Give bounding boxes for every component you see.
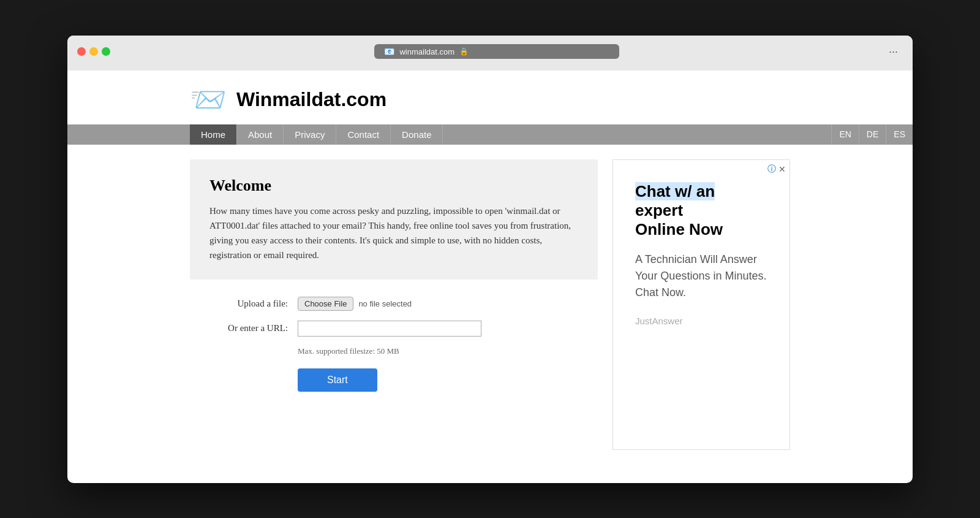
ad-body-text: A Technician Will Answer Your Questions …: [635, 251, 767, 301]
ad-info-bar: ⓘ ✕: [767, 164, 786, 175]
nav-item-donate[interactable]: Donate: [391, 124, 443, 145]
address-text: winmaildat.com: [399, 47, 454, 56]
welcome-title: Welcome: [209, 177, 578, 195]
ad-container: ⓘ ✕ Chat w/ an expert Online Now A Techn…: [612, 159, 790, 450]
main-area: Welcome How many times have you come acr…: [67, 145, 913, 465]
language-bar: EN DE ES: [831, 124, 913, 144]
minimize-button[interactable]: [89, 47, 98, 56]
ad-inner: Chat w/ an expert Online Now A Technicia…: [623, 170, 780, 440]
traffic-lights: [77, 47, 110, 56]
fullscreen-button[interactable]: [102, 47, 110, 56]
upload-label: Upload a file:: [190, 299, 288, 309]
welcome-body: How many times have you come across pesk…: [209, 204, 578, 262]
ad-headline-part2: expert: [635, 201, 683, 219]
site-header: 📨 Winmaildat.com: [67, 70, 913, 117]
start-button-row: Start: [190, 368, 598, 392]
welcome-box: Welcome How many times have you come acr…: [190, 159, 598, 280]
nav-item-home[interactable]: Home: [190, 124, 237, 145]
close-button[interactable]: [77, 47, 86, 56]
navigation-bar: Home About Privacy Contact Donate EN DE …: [67, 124, 913, 145]
file-upload-row: Upload a file: Choose File no file selec…: [190, 297, 598, 311]
ad-source-text: JustAnswer: [635, 316, 767, 326]
browser-top-bar: 📧 winmaildat.com 🔒 ···: [77, 43, 903, 61]
lang-es[interactable]: ES: [886, 124, 913, 144]
lang-de[interactable]: DE: [859, 124, 886, 144]
nav-item-privacy[interactable]: Privacy: [284, 124, 336, 145]
upload-section: Upload a file: Choose File no file selec…: [190, 280, 598, 409]
lock-icon: 🔒: [459, 47, 469, 56]
ad-headline-part3: Online Now: [635, 220, 723, 238]
page-content: 📨 Winmaildat.com Home About Privacy Cont…: [67, 70, 913, 465]
start-button[interactable]: Start: [298, 368, 377, 392]
site-title: Winmaildat.com: [236, 88, 386, 111]
url-input[interactable]: [298, 321, 481, 337]
address-bar: 📧 winmaildat.com 🔒: [118, 44, 876, 59]
url-label: Or enter a URL:: [190, 323, 288, 333]
choose-file-button[interactable]: Choose File: [298, 297, 353, 311]
site-favicon-icon: 📧: [384, 47, 394, 56]
ad-headline-part1: Chat w/ an: [635, 182, 715, 200]
file-input-area: Choose File no file selected: [298, 297, 412, 311]
sidebar: ⓘ ✕ Chat w/ an expert Online Now A Techn…: [612, 159, 790, 450]
content-area: Welcome How many times have you come acr…: [190, 159, 598, 450]
url-input-row: Or enter a URL:: [190, 321, 598, 337]
ad-headline-highlight: Chat w/ an: [635, 182, 715, 200]
nav-item-about[interactable]: About: [237, 124, 284, 145]
nav-item-contact[interactable]: Contact: [336, 124, 391, 145]
ad-headline: Chat w/ an expert Online Now: [635, 182, 767, 240]
lang-en[interactable]: EN: [831, 124, 858, 144]
site-logo-icon: 📨: [190, 83, 227, 117]
file-size-note: Max. supported filesize: 50 MB: [298, 346, 598, 356]
more-button[interactable]: ···: [884, 43, 903, 61]
browser-chrome: 📧 winmaildat.com 🔒 ···: [67, 36, 913, 70]
address-bar-inner[interactable]: 📧 winmaildat.com 🔒: [374, 44, 619, 59]
browser-window: 📧 winmaildat.com 🔒 ··· 📨 Winmaildat.com …: [67, 36, 913, 483]
no-file-selected-text: no file selected: [358, 299, 412, 308]
ad-close-icon[interactable]: ✕: [778, 164, 786, 174]
ad-info-icon[interactable]: ⓘ: [767, 164, 776, 175]
